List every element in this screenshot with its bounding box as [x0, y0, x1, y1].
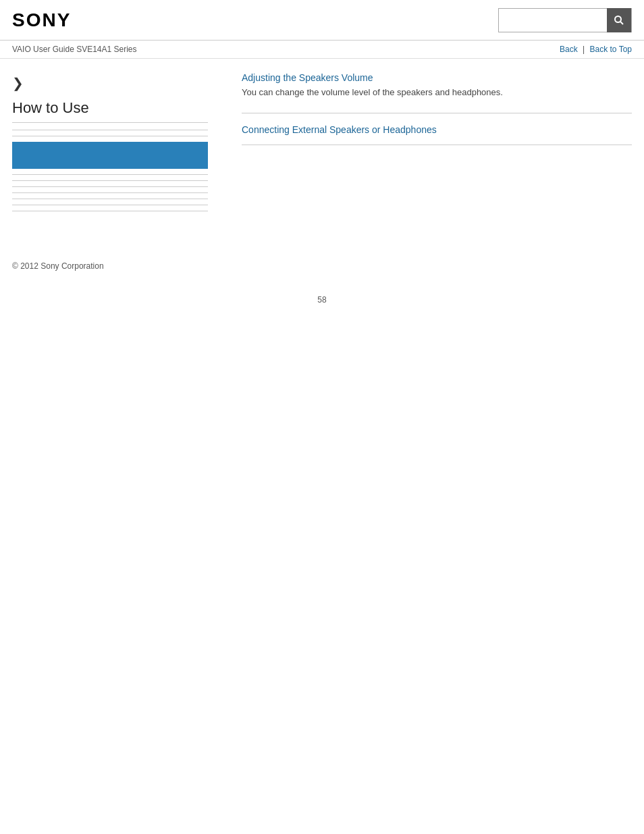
- guide-title: VAIO User Guide SVE14A1 Series: [12, 45, 137, 54]
- sidebar: ❯ How to Use: [12, 72, 221, 217]
- back-to-top-link[interactable]: Back to Top: [590, 45, 632, 54]
- sidebar-divider-8: [12, 205, 208, 205]
- nav-separator: |: [583, 45, 587, 54]
- search-button[interactable]: [607, 8, 631, 32]
- sidebar-divider-7: [12, 199, 208, 199]
- svg-point-0: [615, 16, 621, 22]
- sidebar-divider-4: [12, 180, 208, 181]
- sidebar-section-title: How to Use: [12, 99, 208, 123]
- sidebar-highlight[interactable]: [12, 142, 208, 169]
- content-section-1: Adjusting the Speakers Volume You can ch…: [242, 72, 632, 99]
- sidebar-divider-9: [12, 211, 208, 211]
- content-divider-1: [242, 113, 632, 113]
- content-area: Adjusting the Speakers Volume You can ch…: [221, 72, 632, 217]
- search-box: [498, 8, 632, 32]
- footer-copyright: © 2012 Sony Corporation: [0, 251, 644, 282]
- svg-line-1: [620, 22, 623, 24]
- connecting-speakers-link[interactable]: Connecting External Speakers or Headphon…: [242, 124, 437, 135]
- header: SONY: [0, 0, 644, 41]
- back-link[interactable]: Back: [560, 45, 578, 54]
- adjusting-speakers-link[interactable]: Adjusting the Speakers Volume: [242, 72, 373, 83]
- adjusting-speakers-description: You can change the volume level of the s…: [242, 86, 632, 99]
- page-number: 58: [0, 282, 644, 311]
- nav-links: Back | Back to Top: [560, 45, 632, 54]
- sony-logo: SONY: [12, 9, 71, 31]
- content-divider-2: [242, 145, 632, 145]
- search-input[interactable]: [499, 9, 607, 32]
- sidebar-divider-1: [12, 130, 208, 130]
- sidebar-divider-5: [12, 186, 208, 187]
- sidebar-divider-2: [12, 136, 208, 136]
- sub-header: VAIO User Guide SVE14A1 Series Back | Ba…: [0, 41, 644, 59]
- content-section-2: Connecting External Speakers or Headphon…: [242, 124, 632, 135]
- chevron-icon: ❯: [12, 75, 208, 91]
- sidebar-divider-6: [12, 192, 208, 193]
- search-icon: [614, 15, 624, 26]
- main-container: ❯ How to Use Adjusting the Speakers Volu…: [0, 59, 644, 230]
- sidebar-divider-3: [12, 174, 208, 175]
